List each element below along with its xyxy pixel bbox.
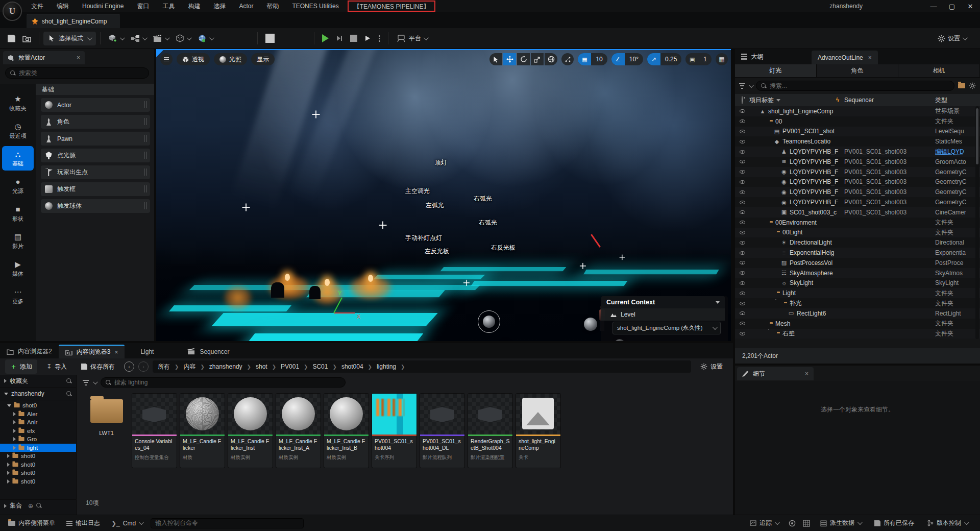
outliner-row[interactable]: ☼SkyLightSkyLight bbox=[735, 278, 980, 288]
menu-item-6[interactable]: 选择 bbox=[207, 0, 232, 12]
save-all-button[interactable]: 保存所有 bbox=[76, 360, 120, 374]
play-button[interactable] bbox=[318, 32, 332, 45]
rail-category-5[interactable]: ▤影片 bbox=[2, 229, 34, 253]
settings-dropdown[interactable]: 设置 bbox=[934, 32, 970, 45]
breadcrumb-3[interactable]: shot bbox=[256, 363, 267, 370]
visibility-toggle[interactable] bbox=[735, 292, 749, 295]
tree-arrow-icon[interactable] bbox=[13, 429, 16, 433]
root-section[interactable]: zhanshendy bbox=[0, 388, 76, 400]
tree-item-3[interactable]: efx bbox=[0, 427, 76, 436]
derived-data-dropdown[interactable]: 派生数据 bbox=[817, 517, 864, 529]
maximize-button[interactable]: ▢ bbox=[946, 3, 958, 10]
cinematics-button[interactable] bbox=[150, 32, 172, 45]
menu-item-1[interactable]: 编辑 bbox=[50, 0, 76, 12]
tree-item-9[interactable]: shot0 bbox=[0, 477, 76, 486]
place-item-5[interactable]: 触发框 bbox=[41, 182, 150, 196]
tree-item-6[interactable]: shot0 bbox=[0, 452, 76, 461]
filter-icon[interactable] bbox=[739, 83, 745, 89]
forward-button[interactable]: › bbox=[138, 361, 149, 372]
tree-arrow-icon[interactable] bbox=[13, 420, 16, 424]
place-item-2[interactable]: Pawn bbox=[41, 132, 150, 146]
outliner-row[interactable]: 补光文件夹 bbox=[735, 298, 980, 308]
outliner-row[interactable]: ◉LQYDYPVYHB_FPV001_SC01_shot003GeometryC bbox=[735, 167, 980, 177]
chevron-down-icon[interactable] bbox=[93, 379, 98, 384]
collections-section[interactable]: 集合 ⊕ bbox=[0, 499, 77, 512]
outliner-row[interactable]: ◉LQYDYPVYHB_FPV001_SC01_shot003GeometryC bbox=[735, 177, 980, 187]
unreal-logo-icon[interactable]: U bbox=[3, 2, 22, 21]
current-context-header[interactable]: Current Context bbox=[601, 296, 725, 308]
visibility-toggle[interactable] bbox=[735, 150, 749, 154]
menu-item-teamones-pipeline[interactable]: 【TEAMONES PIPELINE】 bbox=[348, 1, 436, 12]
outliner-row[interactable]: ≋LQYDYPVYHB_FPV001_SC01_shot003GroomActo bbox=[735, 157, 980, 167]
breadcrumb-4[interactable]: PV001 bbox=[281, 363, 299, 370]
place-item-3[interactable]: 点光源 bbox=[41, 149, 150, 162]
tree-arrow-icon[interactable] bbox=[7, 463, 10, 467]
grid-snap-control[interactable]: ▦ 10 bbox=[578, 53, 607, 65]
scale-snap-control[interactable]: ↗ 0.25 bbox=[647, 53, 681, 65]
outliner-row[interactable]: Light文件夹 bbox=[735, 288, 980, 298]
menu-item-4[interactable]: 工具 bbox=[156, 0, 181, 12]
tree-item-0[interactable]: shot0 bbox=[0, 401, 76, 410]
import-button[interactable]: ↧ 导入 bbox=[41, 360, 72, 374]
surface-snap-button[interactable] bbox=[561, 53, 574, 65]
asset-card-6[interactable]: PV001_SC01_shot004关卡序列 bbox=[372, 393, 417, 468]
outliner-scrollbar[interactable] bbox=[975, 106, 979, 339]
camera-speed-control[interactable]: ▣ 1 bbox=[685, 53, 712, 65]
outliner-settings-icon[interactable] bbox=[969, 82, 976, 89]
rail-category-3[interactable]: ●光源 bbox=[2, 174, 34, 198]
output-log-button[interactable]: 输出日志 bbox=[63, 517, 103, 529]
scale-tool-button[interactable] bbox=[531, 53, 544, 65]
outliner-row[interactable]: ▭RectLight6RectLight bbox=[735, 308, 980, 319]
outliner-column-headers[interactable]: 项目标签 ϟ Sequencer 类型 bbox=[735, 94, 980, 106]
outliner-row[interactable]: ▲shot_light_EngineComp世界场景 bbox=[735, 106, 980, 116]
expand-arrow-icon[interactable] bbox=[774, 300, 778, 307]
place-item-1[interactable]: 角色 bbox=[41, 115, 150, 129]
visibility-toggle[interactable] bbox=[735, 119, 749, 123]
visibility-toggle[interactable] bbox=[735, 251, 749, 255]
maximize-viewport-button[interactable]: ▦ bbox=[716, 53, 728, 65]
console-command-input[interactable]: 输入控制台命令 bbox=[151, 518, 304, 528]
eject-button[interactable] bbox=[361, 32, 375, 44]
close-icon[interactable]: × bbox=[114, 349, 118, 356]
back-button[interactable]: ‹ bbox=[124, 361, 134, 372]
place-item-0[interactable]: Actor bbox=[41, 98, 150, 112]
minimize-button[interactable]: — bbox=[928, 3, 939, 10]
tree-item-4[interactable]: Gro bbox=[0, 435, 76, 444]
new-folder-icon[interactable] bbox=[958, 83, 965, 88]
tree-arrow-icon[interactable] bbox=[7, 471, 10, 475]
menu-item-0[interactable]: 文件 bbox=[24, 0, 50, 12]
drag-grip-icon[interactable] bbox=[144, 135, 147, 142]
landscape-button[interactable] bbox=[194, 32, 216, 45]
level-viewport[interactable]: 透视 光照 显示 bbox=[156, 49, 731, 341]
outliner-title-tab[interactable]: 大纲 bbox=[735, 53, 770, 61]
outliner-row[interactable]: ◉LQYDYPVYHB_FPV001_SC01_shot003GeometryC bbox=[735, 197, 980, 207]
visibility-toggle[interactable] bbox=[735, 271, 749, 275]
rail-category-2[interactable]: ⛬基础 bbox=[2, 146, 34, 171]
asset-card-5[interactable]: M_LF_Candle Flicker_Inst_B材质实例 bbox=[324, 393, 369, 468]
asset-card-8[interactable]: RenderGraph_SetB_Shot004影片渲染图配置 bbox=[468, 393, 513, 468]
cmd-dropdown[interactable]: ❯_ Cmd bbox=[108, 518, 145, 529]
expand-arrow-icon[interactable] bbox=[767, 138, 771, 145]
asset-card-2[interactable]: M_LF_Candle Flicker材质 bbox=[180, 393, 225, 468]
outliner-row[interactable]: ☀DirectionalLightDirectional bbox=[735, 237, 980, 248]
drag-grip-icon[interactable] bbox=[144, 118, 147, 125]
outliner-tab-0[interactable]: 灯光 bbox=[735, 64, 817, 77]
tab-content-browser-2[interactable]: 内容浏览器2 bbox=[0, 345, 59, 358]
outliner-row[interactable]: ♟LQYDYPVYHB_FPV001_SC01_shot003编辑LQYD bbox=[735, 147, 980, 157]
actor-type[interactable]: 编辑LQYD bbox=[935, 148, 980, 156]
outliner-row[interactable]: ◉LQYDYPVYHB_FPV001_SC01_shot003GeometryC bbox=[735, 187, 980, 197]
place-actor-tab[interactable]: 放置Actor × bbox=[3, 51, 85, 64]
asset-card-9[interactable]: shot_light_EngineComp关卡 bbox=[516, 393, 561, 468]
asset-card-7[interactable]: PV001_SC01_shot004_DL影片流程队列 bbox=[420, 393, 465, 468]
menu-item-8[interactable]: 帮助 bbox=[260, 0, 285, 12]
outliner-row[interactable]: ▤PV001_SC01_shotLevelSequ bbox=[735, 127, 980, 137]
tree-item-8[interactable]: shot0 bbox=[0, 469, 76, 477]
tree-arrow-icon[interactable] bbox=[7, 454, 10, 458]
fps-grid-icon[interactable] bbox=[803, 520, 810, 527]
asset-card-3[interactable]: M_LF_Candle Flicker_Inst材质实例 bbox=[228, 393, 273, 468]
tab-content-browser-3[interactable]: 内容浏览器3 × bbox=[59, 345, 125, 358]
tree-arrow-icon[interactable] bbox=[13, 412, 16, 416]
tab-advance-outline[interactable]: AdvanceOutLine × bbox=[812, 51, 878, 64]
breadcrumb-1[interactable]: 内容 bbox=[183, 363, 195, 371]
outliner-tab-2[interactable]: 相机 bbox=[898, 64, 980, 77]
